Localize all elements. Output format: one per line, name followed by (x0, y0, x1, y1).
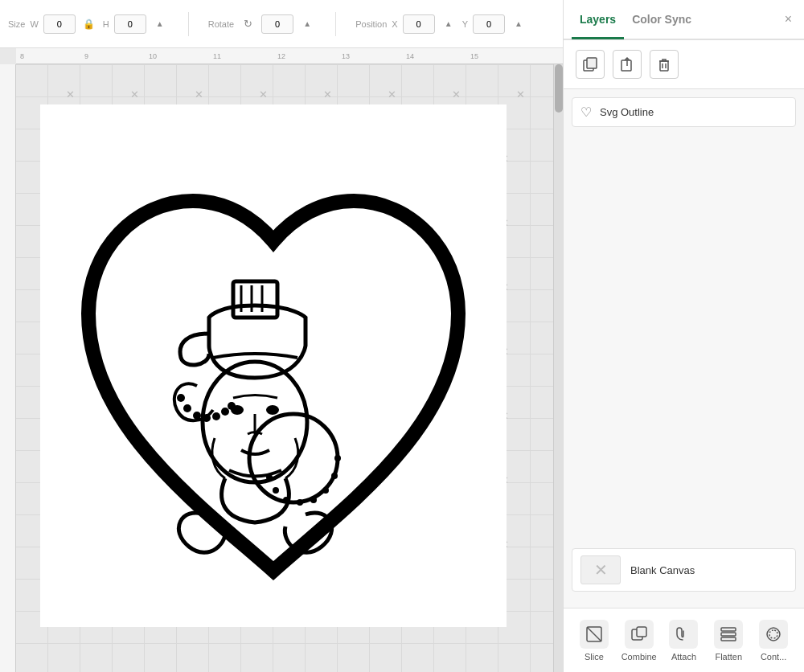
attach-label: Attach (671, 652, 696, 662)
combine-icon (625, 620, 654, 649)
svg-rect-37 (721, 637, 736, 641)
svg-point-19 (310, 497, 317, 503)
svg-point-4 (177, 394, 185, 402)
contour-icon (759, 620, 788, 649)
rotate-input[interactable] (261, 14, 293, 34)
svg-rect-28 (660, 61, 668, 71)
rotate-label: Rotate (208, 19, 234, 29)
svg-point-9 (221, 408, 229, 416)
panel-icon-bar (564, 40, 804, 89)
export-button[interactable] (613, 50, 642, 79)
svg-point-18 (322, 487, 329, 494)
ruler-tick-9: 9 (84, 52, 88, 60)
grid-x-mark: ✕ (64, 88, 76, 100)
delete-button[interactable] (650, 50, 679, 79)
contour-label: Cont... (761, 652, 786, 662)
ruler-tick-10: 10 (149, 52, 157, 60)
separator-2 (335, 12, 336, 36)
tab-color-sync[interactable]: Color Sync (624, 1, 699, 39)
blank-canvas-label: Blank Canvas (630, 564, 695, 576)
ruler-top: 8 9 10 11 12 13 14 15 (16, 48, 563, 64)
height-label: H (103, 19, 109, 29)
combine-button[interactable]: Combine (617, 620, 661, 662)
svg-point-5 (183, 404, 191, 412)
ruler-tick-13: 13 (342, 52, 350, 60)
rotate-group: Rotate ↻ ▲ (208, 14, 316, 34)
ruler-tick-12: 12 (277, 52, 285, 60)
svg-point-12 (231, 405, 244, 415)
position-label: Position (355, 19, 387, 29)
bottom-action-bar: Slice Combine Attach (564, 608, 804, 672)
combine-label: Combine (621, 652, 657, 662)
blank-canvas-row[interactable]: ✕ Blank Canvas (572, 548, 796, 592)
grid-x-mark: ✕ (450, 88, 461, 100)
flatten-icon (714, 620, 743, 649)
x-up-icon[interactable]: ▲ (440, 15, 457, 33)
artwork-svg (40, 104, 507, 627)
svg-point-21 (283, 497, 289, 503)
svg-point-16 (334, 455, 341, 461)
flatten-label: Flatten (715, 652, 742, 662)
layer-name-svg-outline: Svg Outline (600, 106, 654, 118)
layers-list: ♡ Svg Outline (564, 89, 804, 140)
slice-icon (580, 620, 609, 649)
scrollbar-right[interactable] (553, 64, 563, 672)
grid-x-mark: ✕ (193, 88, 204, 100)
panel-close-button[interactable]: × (781, 8, 796, 31)
svg-rect-36 (721, 633, 736, 636)
size-group: Size W 🔒 H ▲ (8, 14, 169, 34)
rotate-icon[interactable]: ↻ (239, 15, 256, 33)
x-label: X (392, 19, 397, 29)
slice-button[interactable]: Slice (572, 620, 616, 662)
grid-x-mark: ✕ (386, 88, 397, 100)
svg-point-17 (331, 473, 338, 479)
grid-x-mark: ✕ (322, 88, 333, 100)
canvas-thumb-x-icon: ✕ (594, 560, 608, 580)
grid-x-mark: ✕ (515, 88, 526, 100)
svg-rect-25 (587, 58, 597, 68)
tab-layers-label: Layers (580, 13, 616, 26)
tab-layers[interactable]: Layers (572, 1, 624, 39)
contour-button[interactable]: Cont... (752, 620, 796, 662)
tab-color-sync-label: Color Sync (632, 13, 691, 26)
svg-rect-35 (721, 628, 736, 631)
ruler-tick-15: 15 (470, 52, 478, 60)
grid-x-mark: ✕ (129, 88, 140, 100)
flatten-button[interactable]: Flatten (707, 620, 751, 662)
scrollbar-thumb[interactable] (555, 64, 563, 113)
height-input[interactable] (114, 14, 146, 34)
width-label: W (30, 19, 38, 29)
separator-1 (188, 12, 189, 36)
rotate-up-icon[interactable]: ▲ (298, 15, 316, 33)
y-input[interactable] (473, 14, 505, 34)
toolbar: Size W 🔒 H ▲ Rotate ↻ ▲ Position X ▲ Y ▲ (0, 0, 563, 48)
svg-point-23 (266, 474, 273, 481)
duplicate-button[interactable] (576, 50, 605, 79)
svg-point-20 (297, 499, 303, 506)
lock-icon[interactable]: 🔒 (80, 15, 98, 33)
width-input[interactable] (43, 14, 76, 34)
svg-point-13 (266, 405, 279, 415)
canvas-drawing[interactable]: ✕ ✕ ✕ ✕ ✕ ✕ ✕ ✕ ✕ ✕ ✕ ✕ ✕ ✕ ✕ ✕ ✕ ✕ ✕ ✕ … (16, 64, 553, 672)
svg-point-22 (273, 487, 279, 494)
ruler-left (0, 64, 16, 672)
layer-icon: ♡ (580, 104, 592, 120)
svg-rect-34 (637, 627, 646, 637)
right-panel: Layers Color Sync × (563, 0, 804, 672)
position-group: Position X ▲ Y ▲ (355, 14, 527, 34)
grid-x-mark: ✕ (257, 88, 269, 100)
slice-label: Slice (585, 652, 604, 662)
ruler-tick-11: 11 (213, 52, 221, 60)
canvas-area: 8 9 10 11 12 13 14 15 ✕ ✕ ✕ ✕ ✕ ✕ ✕ ✕ ✕ … (0, 48, 563, 672)
svg-rect-26 (621, 60, 631, 71)
size-label: Size (8, 19, 25, 29)
size-up-icon[interactable]: ▲ (151, 15, 169, 33)
attach-button[interactable]: Attach (662, 620, 706, 662)
attach-icon (669, 620, 698, 649)
panel-tabs: Layers Color Sync × (564, 0, 804, 40)
svg-point-8 (212, 412, 220, 420)
y-label: Y (462, 19, 468, 29)
layer-item-svg-outline[interactable]: ♡ Svg Outline (572, 97, 796, 127)
y-up-icon[interactable]: ▲ (510, 15, 527, 33)
x-input[interactable] (403, 14, 435, 34)
